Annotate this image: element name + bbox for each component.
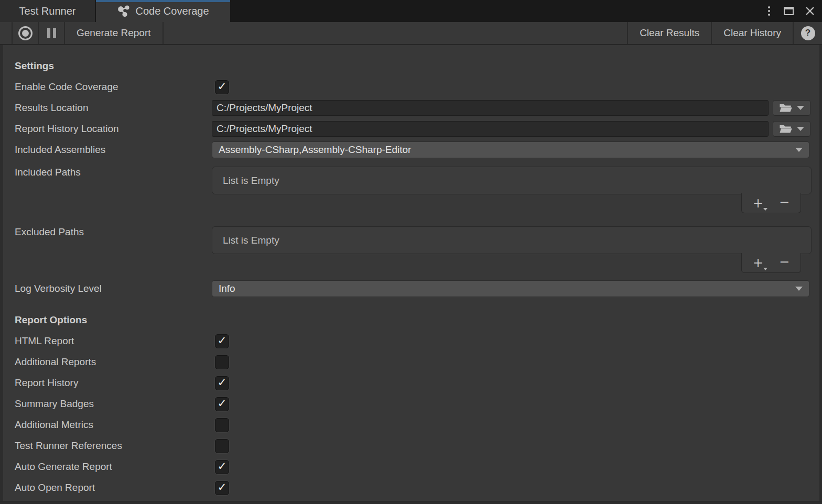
chevron-down-icon (797, 127, 804, 131)
report-history-label: Report History (15, 377, 212, 389)
chevron-down-icon (795, 148, 803, 152)
auto-open-report-label: Auto Open Report (15, 482, 212, 494)
log-verbosity-dropdown[interactable]: Info (212, 280, 809, 297)
tab-test-runner[interactable]: Test Runner (0, 0, 95, 22)
check-icon: ✓ (218, 81, 227, 92)
report-history-location-browse-button[interactable] (773, 121, 810, 137)
tab-code-coverage[interactable]: Code Coverage (96, 0, 230, 22)
report-history-location-label: Report History Location (15, 123, 212, 135)
toolbar-flex-space (164, 22, 628, 44)
kebab-menu-icon[interactable] (766, 4, 772, 18)
additional-metrics-label: Additional Metrics (15, 419, 212, 431)
clear-results-button[interactable]: Clear Results (627, 22, 711, 44)
additional-reports-label: Additional Reports (15, 356, 212, 368)
open-folder-icon (779, 124, 793, 134)
test-runner-references-label: Test Runner References (15, 440, 212, 452)
report-history-checkbox[interactable]: ✓ (215, 376, 229, 390)
additional-reports-row: Additional Reports ✓ (0, 352, 822, 372)
included-assemblies-value: Assembly-CSharp,Assembly-CSharp-Editor (219, 144, 411, 156)
results-location-row: Results Location (0, 97, 822, 118)
log-verbosity-label: Log Verbosity Level (15, 283, 212, 294)
window-frame-right (819, 45, 822, 504)
clear-history-button[interactable]: Clear History (711, 22, 793, 44)
additional-metrics-checkbox[interactable]: ✓ (215, 418, 229, 432)
results-location-browse-button[interactable] (773, 100, 810, 116)
remove-item-button[interactable]: − (779, 196, 789, 209)
record-icon (18, 26, 33, 40)
included-paths-list[interactable]: List is Empty (212, 167, 812, 194)
settings-panel: Settings Enable Code Coverage ✓ Results … (0, 45, 822, 498)
results-location-label: Results Location (15, 102, 212, 114)
excluded-paths-label: Excluded Paths (15, 220, 212, 238)
chevron-down-icon (763, 268, 767, 270)
check-icon: ✓ (218, 398, 227, 409)
chevron-down-icon (795, 287, 803, 291)
generate-report-button[interactable]: Generate Report (65, 22, 164, 44)
code-coverage-window: Test Runner Code Coverage (0, 0, 822, 504)
report-history-location-row: Report History Location (0, 118, 822, 139)
help-button[interactable]: ? (793, 22, 822, 44)
settings-title: Settings (15, 60, 212, 72)
html-report-checkbox[interactable]: ✓ (215, 334, 229, 348)
excluded-paths-list-footer: + − (741, 253, 801, 273)
window-frame-left (0, 45, 3, 504)
log-verbosity-value: Info (219, 283, 235, 294)
chevron-down-icon (797, 106, 804, 110)
open-folder-icon (779, 103, 793, 113)
auto-open-report-row: Auto Open Report ✓ (0, 477, 822, 498)
auto-generate-report-label: Auto Generate Report (15, 461, 212, 473)
included-assemblies-row: Included Assemblies Assembly-CSharp,Asse… (0, 139, 822, 160)
report-options-title: Report Options (15, 314, 212, 326)
summary-badges-label: Summary Badges (15, 398, 212, 410)
auto-generate-report-checkbox[interactable]: ✓ (215, 460, 229, 474)
remove-item-button[interactable]: − (779, 256, 789, 268)
code-coverage-icon (117, 4, 131, 18)
summary-badges-row: Summary Badges ✓ (0, 393, 822, 414)
help-icon: ? (801, 26, 815, 40)
summary-badges-checkbox[interactable]: ✓ (215, 397, 229, 411)
additional-reports-checkbox[interactable]: ✓ (215, 355, 229, 369)
plus-icon: + (753, 196, 763, 211)
check-icon: ✓ (218, 482, 227, 493)
included-paths-label: Included Paths (15, 160, 212, 178)
included-assemblies-dropdown[interactable]: Assembly-CSharp,Assembly-CSharp-Editor (212, 141, 809, 158)
window-controls (766, 0, 815, 22)
close-icon[interactable] (805, 6, 815, 16)
enable-code-coverage-checkbox[interactable]: ✓ (215, 80, 229, 94)
toolbar: Generate Report Clear Results Clear Hist… (0, 22, 822, 45)
window-frame-bottom (0, 501, 822, 504)
test-runner-references-checkbox[interactable]: ✓ (215, 439, 229, 453)
check-icon: ✓ (218, 335, 227, 346)
enable-code-coverage-row: Enable Code Coverage ✓ (0, 76, 822, 97)
excluded-paths-list[interactable]: List is Empty (212, 226, 812, 254)
excluded-paths-row: Excluded Paths List is Empty + − (0, 220, 822, 273)
settings-header-row: Settings (0, 56, 822, 76)
record-button[interactable] (13, 22, 39, 44)
included-assemblies-label: Included Assemblies (15, 144, 212, 156)
results-location-input[interactable] (212, 100, 769, 116)
included-paths-list-footer: + − (741, 193, 801, 213)
additional-metrics-row: Additional Metrics ✓ (0, 414, 822, 435)
enable-code-coverage-label: Enable Code Coverage (15, 81, 212, 93)
report-options-header-row: Report Options (0, 310, 822, 331)
clear-results-label: Clear Results (640, 27, 699, 39)
generate-report-label: Generate Report (77, 27, 151, 39)
auto-open-report-checkbox[interactable]: ✓ (215, 481, 229, 495)
html-report-label: HTML Report (15, 335, 212, 347)
html-report-row: HTML Report ✓ (0, 331, 822, 352)
included-paths-empty-text: List is Empty (223, 175, 279, 187)
check-icon: ✓ (218, 461, 227, 472)
pause-icon (47, 28, 56, 38)
add-item-button[interactable]: + (753, 257, 763, 269)
auto-generate-report-row: Auto Generate Report ✓ (0, 456, 822, 477)
add-item-button[interactable]: + (753, 197, 763, 210)
toolbar-spacer (0, 22, 13, 44)
report-history-location-input[interactable] (212, 121, 769, 137)
pause-button[interactable] (39, 22, 65, 44)
plus-icon: + (753, 256, 763, 270)
maximize-icon[interactable] (784, 7, 794, 15)
tab-bar: Test Runner Code Coverage (0, 0, 822, 22)
report-history-row: Report History ✓ (0, 372, 822, 393)
excluded-paths-empty-text: List is Empty (223, 235, 279, 246)
chevron-down-icon (763, 208, 767, 211)
